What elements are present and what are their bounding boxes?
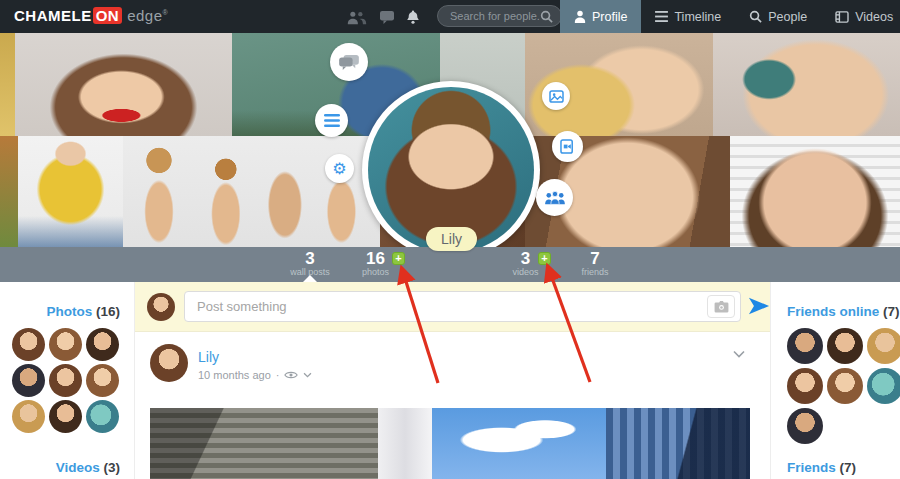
cover-photo-12 xyxy=(730,136,900,247)
privacy-chevron-icon[interactable] xyxy=(303,372,312,378)
tab-videos[interactable]: Videos xyxy=(821,0,900,33)
stat-friends[interactable]: 7 friends xyxy=(566,250,624,278)
photo-thumb[interactable] xyxy=(49,328,82,361)
attach-photo-button[interactable] xyxy=(707,295,735,318)
left-sidebar: Photos (16) Videos (3) xyxy=(0,282,135,479)
friend-avatar[interactable] xyxy=(867,368,900,404)
tab-people[interactable]: People xyxy=(735,0,821,33)
cover-photo-7 xyxy=(0,136,18,247)
photo-thumb[interactable] xyxy=(86,364,119,397)
top-navbar: CHAMELEONedge® Profile Timeline xyxy=(0,0,900,33)
post-author-name[interactable]: Lily xyxy=(198,349,219,365)
photo-thumb[interactable] xyxy=(12,364,45,397)
profile-page: CHAMELEONedge® Profile Timeline xyxy=(0,0,900,479)
composer-avatar[interactable] xyxy=(147,293,175,321)
cover-photo-8 xyxy=(18,136,123,247)
stat-wall-posts[interactable]: 3 wall posts xyxy=(280,250,340,278)
profile-stats-bar: 3 wall posts 16 photos + 3 videos + 7 fr… xyxy=(0,247,900,282)
profile-photo[interactable] xyxy=(362,81,540,247)
photo-thumb[interactable] xyxy=(49,364,82,397)
notifications-icon[interactable] xyxy=(402,8,424,26)
profile-name-badge: Lily xyxy=(426,227,477,251)
search-box[interactable] xyxy=(437,5,562,27)
friends-online-link[interactable]: Friends online (7) xyxy=(787,304,900,319)
friend-avatar[interactable] xyxy=(827,328,863,364)
photo-glass-towers xyxy=(606,408,750,479)
messages-icon[interactable] xyxy=(376,8,398,26)
add-video-button[interactable] xyxy=(552,131,583,162)
photos-section-link[interactable]: Photos (16) xyxy=(0,304,120,319)
search-icon[interactable] xyxy=(540,10,553,23)
videos-icon xyxy=(835,11,849,23)
post-meta: 10 months ago · xyxy=(198,369,312,381)
photo-building-white xyxy=(378,408,432,479)
timeline-icon xyxy=(655,11,668,22)
tab-profile[interactable]: Profile xyxy=(560,0,641,33)
friend-avatar[interactable] xyxy=(867,328,900,364)
photo-building-left xyxy=(150,408,378,479)
photo-thumb[interactable] xyxy=(86,328,119,361)
post-author-avatar[interactable] xyxy=(150,344,188,382)
post-card-header: Lily 10 months ago · xyxy=(135,332,770,408)
post-composer xyxy=(135,282,770,332)
friends-button[interactable] xyxy=(536,179,573,216)
friends-section-link[interactable]: Friends (7) xyxy=(787,460,856,475)
photo-thumb[interactable] xyxy=(86,400,119,433)
profile-portrait xyxy=(368,87,534,247)
post-timestamp: 10 months ago xyxy=(198,369,271,381)
cover-photo-1 xyxy=(0,33,15,136)
right-sidebar: Friends online (7) Friends (7) xyxy=(770,282,900,479)
main-nav-tabs: Profile Timeline People Videos More xyxy=(560,0,900,33)
profile-icon xyxy=(574,10,586,23)
send-post-button[interactable] xyxy=(748,295,770,317)
settings-gear-button[interactable]: ⚙ xyxy=(325,154,354,183)
search-input[interactable] xyxy=(450,10,540,22)
menu-button[interactable] xyxy=(315,104,348,137)
videos-section-link[interactable]: Videos (3) xyxy=(0,460,120,475)
people-search-icon xyxy=(749,10,762,23)
post-something-input[interactable] xyxy=(184,291,741,322)
add-photo-button[interactable] xyxy=(542,82,570,110)
friend-avatar[interactable] xyxy=(787,328,823,364)
post-collapse-chevron[interactable] xyxy=(733,350,745,358)
photo-thumb[interactable] xyxy=(12,400,45,433)
photo-sky xyxy=(432,408,606,479)
meta-separator: · xyxy=(276,369,280,381)
cover-photo-9 xyxy=(123,136,380,247)
active-tab-pointer xyxy=(303,275,317,282)
photo-thumb[interactable] xyxy=(49,400,82,433)
brand-logo[interactable]: CHAMELEONedge® xyxy=(14,7,168,24)
add-videos-button[interactable]: + xyxy=(538,252,551,265)
cover-photo-collage: ⚙ xyxy=(0,33,900,247)
post-photo[interactable] xyxy=(150,408,750,479)
friend-requests-icon[interactable] xyxy=(346,8,368,26)
friend-avatar[interactable] xyxy=(787,368,823,404)
friend-avatar[interactable] xyxy=(827,368,863,404)
privacy-eye-icon xyxy=(284,370,298,380)
chat-bubbles-button[interactable] xyxy=(330,43,368,81)
add-photos-button[interactable]: + xyxy=(392,252,405,265)
photo-thumb[interactable] xyxy=(12,328,45,361)
cover-photo-2 xyxy=(15,33,232,136)
cover-photo-6 xyxy=(713,33,900,136)
friend-avatar[interactable] xyxy=(787,408,823,444)
tab-timeline[interactable]: Timeline xyxy=(641,0,735,33)
